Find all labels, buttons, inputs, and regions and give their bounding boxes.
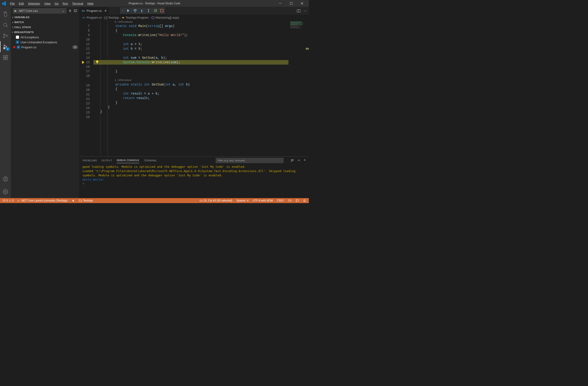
chevron-right-icon: › — [149, 16, 150, 19]
watch-section[interactable]: › WATCH — [11, 20, 79, 25]
menu-terminal[interactable]: Terminal — [70, 1, 85, 6]
editor-group: C# Program.cs ✕ ⠿ — [79, 7, 309, 198]
status-errors-warnings[interactable]: ⓧ0 ⚠0 — [2, 199, 15, 203]
chevron-right-icon: › — [12, 20, 13, 24]
breakpoint-line-badge: 15 — [72, 45, 78, 49]
chevron-right-icon: › — [120, 16, 121, 19]
minimap-highlight — [306, 48, 309, 50]
menu-run[interactable]: Run — [61, 1, 70, 6]
status-encoding[interactable]: UTF-8 with BOM — [252, 199, 274, 202]
menu-help[interactable]: Help — [85, 1, 95, 6]
breakpoint-all-exceptions[interactable]: All Exceptions — [11, 35, 79, 40]
flame-icon — [72, 199, 75, 202]
restart-icon[interactable] — [153, 9, 157, 12]
panel-tab-terminal[interactable]: TERMINAL — [144, 158, 157, 163]
collapse-panel-icon[interactable] — [297, 159, 300, 162]
checkbox-checked[interactable]: ✓ — [17, 45, 20, 49]
explorer-icon[interactable] — [0, 9, 11, 20]
breadcrumb-file[interactable]: Program.cs — [87, 16, 102, 19]
console-line: Hello World! — [83, 178, 306, 182]
status-language[interactable]: C# — [287, 199, 293, 202]
debug-console-toggle-icon[interactable] — [74, 9, 77, 13]
search-icon[interactable] — [0, 20, 11, 30]
status-folder[interactable]: TestApp — [78, 199, 94, 202]
chevron-down-icon: ⌄ — [62, 9, 65, 12]
step-into-icon[interactable] — [140, 9, 144, 12]
debug-config-dropdown[interactable]: ▶ .NET Core Lau ⌄ — [13, 8, 66, 14]
chevron-right-icon: › — [12, 15, 13, 19]
breakpoint-user-unhandled[interactable]: ✓ User-Unhandled Exceptions — [11, 40, 79, 45]
breakpoints-section[interactable]: › BREAKPOINTS — [11, 30, 79, 35]
panel-tab-debug-console[interactable]: DEBUG CONSOLE — [117, 158, 139, 163]
minimap[interactable] — [289, 21, 309, 156]
drag-grip-icon[interactable]: ⠿ — [122, 9, 123, 12]
status-feedback-icon[interactable] — [295, 199, 300, 202]
svg-rect-1 — [290, 2, 292, 4]
menu-file[interactable]: File — [8, 1, 17, 6]
maximize-button[interactable] — [288, 1, 294, 6]
menu-selection[interactable]: Selection — [26, 1, 42, 6]
console-prompt-icon[interactable]: › — [83, 182, 306, 185]
code-content[interactable]: 0 references static void Main(string[] a… — [93, 21, 309, 156]
debug-console-filter[interactable]: Filter (e.g. text, !exclude) — [216, 158, 284, 163]
tab-label: Program.cs — [87, 9, 102, 12]
panel-tab-problems[interactable]: PROBLEMS — [83, 158, 97, 163]
error-icon: ⓧ — [3, 199, 5, 203]
continue-icon[interactable] — [126, 9, 130, 12]
status-indentation[interactable]: Spaces: 4 — [236, 199, 250, 202]
checkbox-checked[interactable]: ✓ — [16, 41, 19, 44]
debug-icon: ▷ — [18, 199, 20, 202]
debug-console-output[interactable]: pped loading symbols. Module is optimize… — [79, 164, 309, 198]
csharp-file-icon: C# — [83, 16, 86, 19]
split-editor-icon[interactable] — [297, 9, 300, 13]
callstack-section[interactable]: › CALL STACK — [11, 25, 79, 30]
step-out-icon[interactable] — [147, 9, 150, 12]
menu-edit[interactable]: Edit — [17, 1, 26, 6]
window-controls — [277, 1, 307, 6]
panel-tabs: PROBLEMS OUTPUT DEBUG CONSOLE TERMINAL F… — [79, 157, 309, 164]
lightbulb-icon[interactable]: 💡 — [95, 60, 99, 65]
vscode-logo-icon — [2, 1, 6, 5]
bottom-panel: PROBLEMS OUTPUT DEBUG CONSOLE TERMINAL F… — [79, 156, 309, 198]
tab-program-cs[interactable]: C# Program.cs ✕ — [79, 7, 109, 15]
code-editor[interactable]: 7 8 9 10 11 12 13 14 15 16 17 18 19 20 2… — [79, 21, 309, 156]
status-flame-icon[interactable] — [71, 199, 76, 202]
close-panel-icon[interactable]: ✕ — [304, 159, 306, 162]
breadcrumb-namespace[interactable]: TestApp — [108, 16, 119, 19]
menu-view[interactable]: View — [42, 1, 52, 6]
activity-bar: 1 — [0, 7, 11, 198]
current-execution-line: 💡 System.Console.WriteLine(sum); — [93, 60, 309, 65]
more-actions-icon[interactable]: ⋯ — [304, 9, 307, 12]
codelens-references[interactable]: 0 references — [93, 21, 309, 24]
status-eol[interactable]: CRLF — [276, 199, 285, 202]
panel-tab-output[interactable]: OUTPUT — [102, 158, 112, 163]
checkbox-unchecked[interactable] — [16, 36, 19, 39]
debug-sidebar: ▶ .NET Core Lau ⌄ › VARIABLES › WATCH › … — [11, 7, 79, 198]
tab-close-icon[interactable]: ✕ — [104, 9, 107, 12]
extensions-icon[interactable] — [0, 52, 11, 63]
status-debug-target[interactable]: ▷ .NET Core Launch (console) (TestApp) — [17, 199, 68, 202]
status-notifications-icon[interactable] — [302, 199, 307, 202]
source-control-icon[interactable] — [0, 30, 11, 41]
accounts-icon[interactable] — [0, 174, 11, 184]
config-gear-icon[interactable] — [68, 9, 72, 13]
breadcrumb-method[interactable]: Main(string[] args) — [155, 16, 179, 19]
editor-tabs: C# Program.cs ✕ ⠿ — [79, 7, 309, 15]
breadcrumbs[interactable]: C# Program.cs › { } TestApp › TestApp.Pr… — [79, 15, 309, 21]
stop-icon[interactable] — [160, 9, 164, 12]
word-wrap-icon[interactable] — [291, 159, 294, 162]
run-debug-icon[interactable]: 1 — [0, 41, 11, 52]
breakpoint-file-item[interactable]: ✓ Program.cs 15 — [11, 45, 79, 50]
debug-toolbar[interactable]: ⠿ — [120, 7, 165, 14]
close-button[interactable] — [299, 1, 305, 6]
variables-section[interactable]: › VARIABLES — [11, 15, 79, 20]
minimize-button[interactable] — [277, 1, 283, 6]
codelens-references[interactable]: 1 reference — [93, 78, 309, 82]
step-over-icon[interactable] — [133, 9, 137, 12]
breadcrumb-class[interactable]: TestApp.Program — [126, 16, 148, 19]
debug-config-header: ▶ .NET Core Lau ⌄ — [11, 7, 79, 15]
status-cursor-position[interactable]: Ln 15, Col 43 (30 selected) — [199, 199, 233, 202]
settings-gear-icon[interactable] — [0, 186, 11, 197]
namespace-icon: { } — [105, 16, 107, 19]
menu-go[interactable]: Go — [53, 1, 60, 6]
